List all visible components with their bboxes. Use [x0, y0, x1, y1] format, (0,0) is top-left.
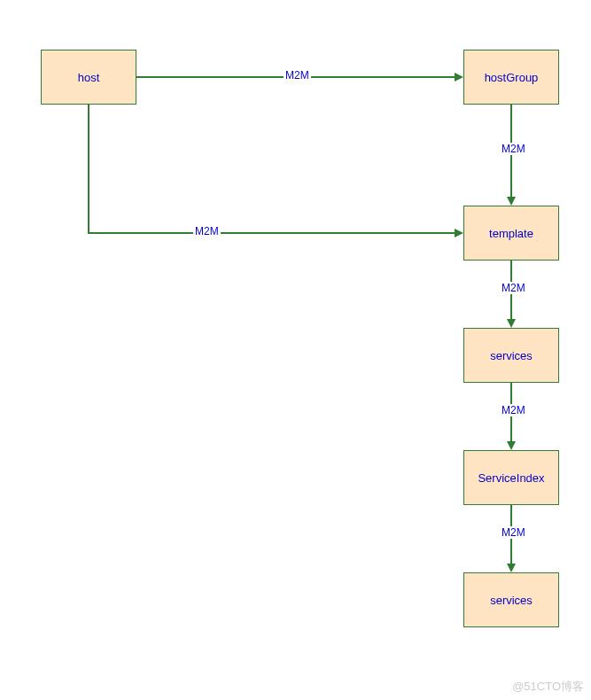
node-serviceindex-label: ServiceIndex [478, 471, 544, 485]
arrow-down-icon [507, 319, 516, 328]
node-template: template [463, 206, 559, 261]
node-services2: services [463, 572, 559, 627]
node-hostgroup: hostGroup [463, 50, 559, 105]
watermark: @51CTO博客 [512, 679, 584, 695]
arrow-right-icon [455, 229, 463, 237]
arrow-down-icon [507, 441, 516, 450]
edge-template-services-label: M2M [500, 282, 527, 294]
node-host: host [41, 50, 136, 105]
edge-serviceindex-services-label: M2M [500, 526, 527, 539]
edge-services-serviceindex-label: M2M [500, 404, 527, 416]
node-serviceindex: ServiceIndex [463, 450, 559, 505]
arrow-down-icon [507, 197, 516, 206]
node-hostgroup-label: hostGroup [485, 71, 539, 84]
node-services1: services [463, 328, 559, 383]
node-template-label: template [489, 227, 533, 240]
node-host-label: host [78, 71, 100, 84]
edge-host-template-label: M2M [193, 225, 221, 237]
node-services1-label: services [490, 349, 533, 362]
edge-hostgroup-template-label: M2M [500, 143, 527, 155]
edge-host-template-h [88, 232, 455, 234]
arrow-right-icon [455, 73, 463, 82]
edge-host-template-v [88, 105, 89, 233]
edge-host-hostgroup-label: M2M [284, 69, 311, 82]
node-services2-label: services [490, 594, 533, 607]
arrow-down-icon [507, 564, 516, 572]
